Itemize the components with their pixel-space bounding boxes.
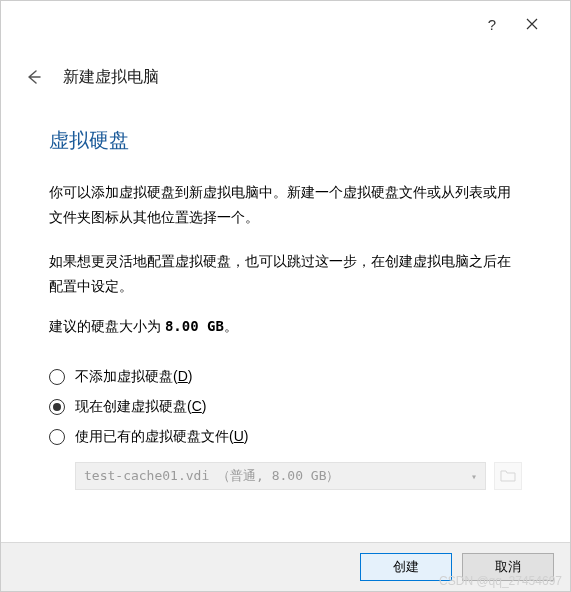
- close-icon: [526, 18, 538, 30]
- dropdown-arrow-icon: ▾: [471, 471, 477, 482]
- dialog-footer: 创建 取消: [1, 542, 570, 591]
- radio-icon: [49, 429, 65, 445]
- help-button[interactable]: ?: [472, 10, 512, 38]
- cancel-button[interactable]: 取消: [462, 553, 554, 581]
- disk-options: 不添加虚拟硬盘(D) 现在创建虚拟硬盘(C) 使用已有的虚拟硬盘文件(U) te…: [49, 362, 522, 490]
- description-2: 如果想更灵活地配置虚拟硬盘，也可以跳过这一步，在创建虚拟电脑之后在配置中设定。: [49, 249, 522, 298]
- recommended-size: 建议的硬盘大小为 8.00 GB。: [49, 318, 522, 336]
- option-no-disk[interactable]: 不添加虚拟硬盘(D): [49, 362, 522, 392]
- radio-icon: [49, 369, 65, 385]
- radio-dot-icon: [53, 403, 61, 411]
- section-title: 虚拟硬盘: [49, 127, 522, 154]
- disk-file-dropdown: test-cache01.vdi （普通, 8.00 GB） ▾: [75, 462, 486, 490]
- dialog-body: 虚拟硬盘 你可以添加虚拟硬盘到新虚拟电脑中。新建一个虚拟硬盘文件或从列表或用文件…: [1, 89, 570, 542]
- option-existing-disk[interactable]: 使用已有的虚拟硬盘文件(U): [49, 422, 522, 452]
- existing-file-row: test-cache01.vdi （普通, 8.00 GB） ▾: [75, 462, 522, 490]
- browse-button: [494, 462, 522, 490]
- option-label: 现在创建虚拟硬盘(C): [75, 398, 206, 416]
- option-label: 使用已有的虚拟硬盘文件(U): [75, 428, 248, 446]
- disk-file-value: test-cache01.vdi （普通, 8.00 GB）: [84, 467, 340, 485]
- option-create-disk[interactable]: 现在创建虚拟硬盘(C): [49, 392, 522, 422]
- close-button[interactable]: [512, 10, 552, 38]
- back-arrow-icon: [24, 68, 42, 86]
- header: 新建虚拟电脑: [1, 39, 570, 89]
- recommended-size-value: 8.00 GB: [165, 318, 224, 334]
- description-1: 你可以添加虚拟硬盘到新虚拟电脑中。新建一个虚拟硬盘文件或从列表或用文件夹图标从其…: [49, 180, 522, 229]
- folder-icon: [500, 469, 516, 483]
- back-button[interactable]: [21, 65, 45, 89]
- recommended-prefix: 建议的硬盘大小为: [49, 318, 165, 334]
- option-label: 不添加虚拟硬盘(D): [75, 368, 192, 386]
- radio-icon: [49, 399, 65, 415]
- titlebar: ?: [1, 1, 570, 39]
- page-title: 新建虚拟电脑: [63, 67, 159, 88]
- create-button[interactable]: 创建: [360, 553, 452, 581]
- dialog-window: ? 新建虚拟电脑 虚拟硬盘 你可以添加虚拟硬盘到新虚拟电脑中。新建一个虚拟硬盘文…: [0, 0, 571, 592]
- recommended-suffix: 。: [224, 318, 238, 334]
